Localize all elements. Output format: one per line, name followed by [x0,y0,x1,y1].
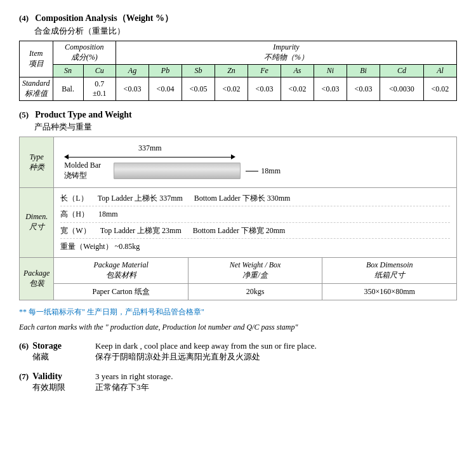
pkg-col2-header: Net Weight / Box 净重/盒 [188,257,322,283]
val-fe: <0.03 [248,77,281,101]
section7: (7) Validity 有效期限 3 years in right stora… [19,372,457,393]
W-bottom: Bottom Ladder 下梯宽 20mm [193,226,286,235]
type-label-zh: 种类 [23,162,50,173]
section7-zh: 正常储存下3年 [95,382,457,393]
section7-label: (7) Validity 有效期限 [19,372,95,393]
section4: (4) Composition Analysis（Weight %） 合金成份分… [19,13,457,101]
weight-label: 重量（Weight） [60,242,112,251]
val-as: <0.02 [281,77,314,101]
arrow-row [64,154,235,159]
W-top: Top Ladder 上梯宽 23mm [100,226,182,235]
package-label-en: Package [23,269,50,278]
col-sn: Sn [53,65,83,77]
left-arrowhead [64,154,69,159]
section6-number: (6) [19,341,29,363]
composition-table: Item 项目 Composition 成分(%) Impurity 不纯物（%… [19,41,457,101]
product-table: Type 种类 337mm [19,137,457,300]
col-fe: Fe [248,65,281,77]
L-bottom: Bottom Ladder 下梯长 330mm [194,194,291,203]
type-name: Molded Bar [64,161,109,170]
dimen-label-en: Dimen. [23,212,50,222]
val-cd: <0.0030 [380,77,424,101]
H-val: 18mm [98,210,118,218]
composition-en: Composition [56,43,113,52]
section6-label: (6) Storage 储藏 [19,341,95,363]
composition-zh: 成分(%) [56,52,113,63]
pkg-data-col2: 20kgs [188,283,322,300]
val-ag: <0.03 [116,77,149,101]
type-content-cell: 337mm Molded Bar 浇铸型 [54,137,457,188]
pkg-data-col3: 350×160×80mm [322,283,457,300]
dimen-content-cell: 长（L） Top Ladder 上梯长 337mm Bottom Ladder … [54,188,457,258]
pkg-col3-en: Box Dimensoin [326,260,453,270]
dimen-label-cell: Dimen. 尺寸 [20,188,54,258]
package-header-row: Package 包装 Package Material 包装材料 Net Wei… [20,257,457,283]
val-pb: <0.04 [149,77,182,101]
package-label-cell: Package 包装 [20,257,54,300]
note2: Each carton marks with the " production … [19,323,457,332]
pkg-col3-header: Box Dimensoin 纸箱尺寸 [322,257,457,283]
section7-title-en: Validity [32,372,65,382]
right-arrowhead [231,154,235,159]
type-label-cell: Type 种类 [20,137,54,188]
dimen-label-zh: 尺寸 [23,222,50,232]
H-label-en: 高（H） [60,210,89,218]
val-al: <0.02 [423,77,456,101]
dimen-L: 长（L） Top Ladder 上梯长 337mm Bottom Ladder … [60,192,450,204]
pkg-data-col1: Paper Carton 纸盒 [54,283,188,300]
val-bi: <0.03 [347,77,380,101]
dimen-W: 宽（W） Top Ladder 上梯宽 23mm Bottom Ladder 下… [60,222,450,237]
dash-line [246,171,258,171]
val-ni: <0.03 [314,77,347,101]
section7-content: 3 years in right storage. 正常储存下3年 [95,372,457,393]
pkg-col1-en: Package Material [58,260,184,270]
col-ni: Ni [314,65,347,77]
pkg-col1-header: Package Material 包装材料 [54,257,188,283]
dimen-H: 高（H） 18mm [60,206,450,220]
pkg-col2-zh: 净重/盒 [192,270,319,281]
val-cu: 0.7±0.1 [83,77,116,101]
note1-text: ** 每一纸箱标示有" 生产日期，产品料号和品管合格章" [19,307,204,316]
section7-en: 3 years in right storage. [95,372,457,382]
item-zh: 项目 [22,58,50,69]
dimen-row: Dimen. 尺寸 长（L） Top Ladder 上梯长 337mm Bott… [20,188,457,258]
section5: (5) Product Type and Weight 产品种类与重量 Type… [19,110,457,332]
col-sb: Sb [182,65,215,77]
col-as: As [281,65,314,77]
section7-number: (7) [19,372,29,393]
section6-title-en: Storage [32,341,62,351]
right-dimension-label: 18mm [246,166,281,176]
right-label-text: 18mm [261,166,281,176]
type-label-en: Type [23,152,50,162]
val-zn: <0.02 [215,77,248,101]
section6: (6) Storage 储藏 Keep in dark , cool place… [19,341,457,363]
bar-diagram [114,163,241,179]
col-ag: Ag [116,65,149,77]
pkg-col1-zh: 包装材料 [58,270,184,281]
package-label-zh: 包装 [23,278,50,289]
standard-en: Standard [22,79,50,88]
col-pb: Pb [149,65,182,77]
section6-title-zh: 储藏 [32,351,62,363]
section6-zh: 保存于阴暗阴凉处并且远离阳光直射及火源处 [95,351,457,363]
impurity-en: Impurity [119,43,454,52]
dimension-label: 337mm [64,144,235,153]
val-sn: Bal. [53,77,83,101]
type-row: Type 种类 337mm [20,137,457,188]
val-sb: <0.05 [182,77,215,101]
section7-title-zh: 有效期限 [32,382,65,393]
note1: ** 每一纸箱标示有" 生产日期，产品料号和品管合格章" [19,307,457,318]
section6-content: Keep in dark , cool place and keep away … [95,341,457,363]
impurity-zh: 不纯物（%） [119,52,454,63]
col-bi: Bi [347,65,380,77]
weight-val: ~0.85kg [115,242,140,251]
W-label-en: 宽（W） [60,226,90,235]
section4-title-en: Composition Analysis（Weight %） [35,13,173,24]
type-name-zh: 浇铸型 [64,170,109,181]
pkg-col3-zh: 纸箱尺寸 [326,270,453,281]
pkg-col2-en: Net Weight / Box [192,260,319,270]
dimen-weight: 重量（Weight） ~0.85kg [60,238,450,253]
arrow-line [69,157,231,157]
col-zn: Zn [215,65,248,77]
section6-en: Keep in dark , cool place and keep away … [95,341,457,351]
